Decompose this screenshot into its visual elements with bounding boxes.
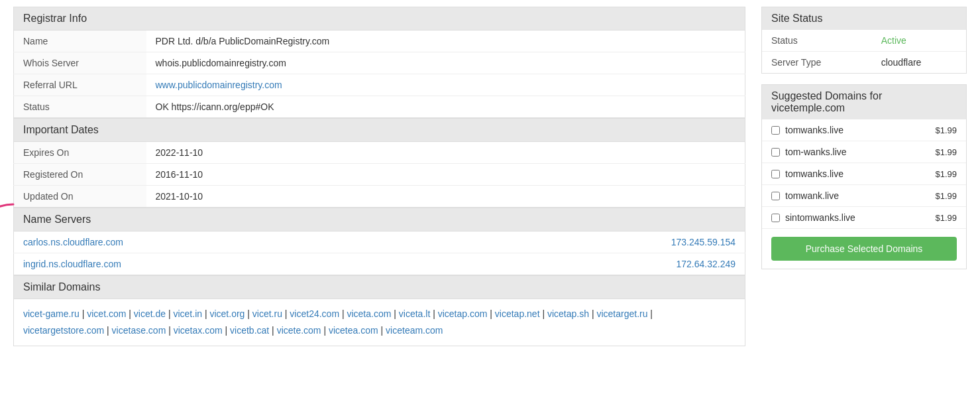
- table-row: Status Active: [762, 30, 966, 52]
- value: PDR Ltd. d/b/a PublicDomainRegistry.com: [146, 31, 745, 52]
- ns-hostname[interactable]: ingrid.ns.cloudflare.com: [14, 253, 444, 275]
- value: whois.publicdomainregistry.com: [146, 52, 745, 74]
- suggested-domain-item: sintomwanks.live$1.99: [762, 207, 966, 228]
- dates-section: Important Dates Expires On 2022-11-10 Re…: [13, 118, 745, 208]
- ns-ip[interactable]: 173.245.59.154: [443, 231, 745, 253]
- table-row: ingrid.ns.cloudflare.com 172.64.32.249: [14, 253, 745, 275]
- site-status-header: Site Status: [762, 7, 966, 30]
- site-status-box: Site Status Status Active Server Type cl…: [761, 7, 967, 74]
- similar-domain-link[interactable]: vicet.in: [173, 308, 202, 319]
- similar-domain-link[interactable]: vicetap.net: [495, 308, 540, 319]
- table-row: Referral URL www.publicdomainregistry.co…: [14, 74, 745, 96]
- similar-domain-link[interactable]: vicet-game.ru: [23, 308, 80, 319]
- domain-price: $1.99: [935, 147, 957, 157]
- similar-domain-link[interactable]: vicetargetstore.com: [23, 325, 104, 336]
- similar-domain-link[interactable]: vicete.com: [277, 325, 321, 336]
- suggested-domain-item: tomwanks.live$1.99: [762, 119, 966, 141]
- similar-domain-link[interactable]: vicet.de: [134, 308, 166, 319]
- domain-checkbox[interactable]: [771, 148, 780, 157]
- domain-checkbox[interactable]: [771, 126, 780, 135]
- purchase-btn-wrapper: Purchase Selected Domains: [762, 228, 966, 269]
- similar-domain-link[interactable]: viceteam.com: [386, 325, 443, 336]
- label: Registered On: [14, 164, 146, 186]
- ns-ip[interactable]: 172.64.32.249: [443, 253, 745, 275]
- dates-header: Important Dates: [13, 118, 745, 142]
- domain-checkbox[interactable]: [771, 192, 780, 200]
- similar-domains-content: vicet-game.ru | vicet.com | vicet.de | v…: [13, 299, 745, 346]
- suggested-domains-list: tomwanks.live$1.99tom-wanks.live$1.99tom…: [762, 119, 966, 228]
- label: Updated On: [14, 186, 146, 208]
- domain-price: $1.99: [935, 213, 957, 223]
- table-row: Updated On 2021-10-10: [14, 186, 745, 208]
- nameservers-header: Name Servers: [13, 208, 745, 231]
- ns-ip-link-2[interactable]: 172.64.32.249: [676, 259, 735, 269]
- domain-name: tomwanks.live: [785, 125, 935, 135]
- similar-domain-link[interactable]: vicet.ru: [252, 308, 282, 319]
- label: Referral URL: [14, 74, 146, 96]
- value: 2022-11-10: [146, 142, 745, 164]
- purchase-selected-domains-button[interactable]: Purchase Selected Domains: [771, 237, 957, 261]
- similar-domain-link[interactable]: vicetarget.ru: [596, 308, 647, 319]
- ns-ip-link[interactable]: 173.245.59.154: [671, 237, 735, 247]
- similar-domain-link[interactable]: viceta.com: [347, 308, 391, 319]
- nameservers-section: Name Servers carlos.ns.cloudflare.com 17…: [13, 208, 745, 275]
- domain-name: sintomwanks.live: [785, 212, 935, 223]
- server-value: cloudflare: [872, 52, 966, 74]
- main-content: Registrar Info Name PDR Ltd. d/b/a Publi…: [13, 7, 745, 346]
- table-row: Status OK https://icann.org/epp#OK: [14, 96, 745, 118]
- value: www.publicdomainregistry.com: [146, 74, 745, 96]
- label: Name: [14, 31, 146, 52]
- value: 2021-10-10: [146, 186, 745, 208]
- similar-domain-link[interactable]: vicet24.com: [290, 308, 339, 319]
- ns-hostname[interactable]: carlos.ns.cloudflare.com: [14, 231, 444, 253]
- ns-hostname-link[interactable]: carlos.ns.cloudflare.com: [23, 237, 123, 247]
- label: Expires On: [14, 142, 146, 164]
- table-row: Registered On 2016-11-10: [14, 164, 745, 186]
- similar-domain-link[interactable]: vicetap.sh: [547, 308, 589, 319]
- domain-checkbox[interactable]: [771, 214, 780, 222]
- domain-price: $1.99: [935, 191, 957, 201]
- label: Whois Server: [14, 52, 146, 74]
- table-row: carlos.ns.cloudflare.com 173.245.59.154: [14, 231, 745, 253]
- dates-table: Expires On 2022-11-10 Registered On 2016…: [13, 142, 745, 208]
- server-label: Server Type: [762, 52, 872, 74]
- registrar-header: Registrar Info: [13, 7, 745, 31]
- domain-name: tomwank.live: [785, 190, 935, 201]
- similar-domain-link[interactable]: vicetax.com: [174, 325, 223, 336]
- status-label: Status: [762, 30, 872, 52]
- domain-name: tomwanks.live: [785, 168, 935, 179]
- ns-hostname-link-2[interactable]: ingrid.ns.cloudflare.com: [23, 259, 121, 269]
- table-row: Name PDR Ltd. d/b/a PublicDomainRegistry…: [14, 31, 745, 52]
- registrar-section: Registrar Info Name PDR Ltd. d/b/a Publi…: [13, 7, 745, 118]
- status-value: Active: [872, 30, 966, 52]
- suggested-domain-item: tomwank.live$1.99: [762, 185, 966, 207]
- table-row: Expires On 2022-11-10: [14, 142, 745, 164]
- domain-checkbox[interactable]: [771, 170, 780, 178]
- sidebar: Site Status Status Active Server Type cl…: [761, 7, 967, 346]
- similar-domain-link[interactable]: vicetea.com: [329, 325, 378, 336]
- similar-header: Similar Domains: [13, 275, 745, 299]
- similar-domain-link[interactable]: vicet.com: [87, 308, 126, 319]
- domain-price: $1.99: [935, 125, 957, 135]
- page-wrapper: Registrar Info Name PDR Ltd. d/b/a Publi…: [0, 0, 980, 353]
- table-row: Server Type cloudflare: [762, 52, 966, 74]
- domain-name: tom-wanks.live: [785, 147, 935, 157]
- registrar-table: Name PDR Ltd. d/b/a PublicDomainRegistry…: [13, 31, 745, 118]
- suggested-domain-item: tom-wanks.live$1.99: [762, 141, 966, 163]
- status-active-badge: Active: [881, 35, 906, 46]
- similar-section: Similar Domains vicet-game.ru | vicet.co…: [13, 275, 745, 346]
- nameservers-table: carlos.ns.cloudflare.com 173.245.59.154 …: [13, 231, 745, 275]
- site-status-table: Status Active Server Type cloudflare: [762, 30, 966, 73]
- similar-domain-link[interactable]: vicet.org: [209, 308, 245, 319]
- referral-url-link[interactable]: www.publicdomainregistry.com: [156, 80, 282, 90]
- suggested-domains-header: Suggested Domains for vicetemple.com: [762, 85, 966, 119]
- suggested-domain-item: tomwanks.live$1.99: [762, 163, 966, 185]
- similar-domain-link[interactable]: vicetase.com: [112, 325, 166, 336]
- similar-domain-link[interactable]: viceta.lt: [399, 308, 430, 319]
- suggested-domains-box: Suggested Domains for vicetemple.com tom…: [761, 84, 967, 269]
- similar-domain-link[interactable]: vicetap.com: [438, 308, 488, 319]
- domain-price: $1.99: [935, 169, 957, 179]
- value: OK https://icann.org/epp#OK: [146, 96, 745, 118]
- label: Status: [14, 96, 146, 118]
- similar-domain-link[interactable]: vicetb.cat: [230, 325, 269, 336]
